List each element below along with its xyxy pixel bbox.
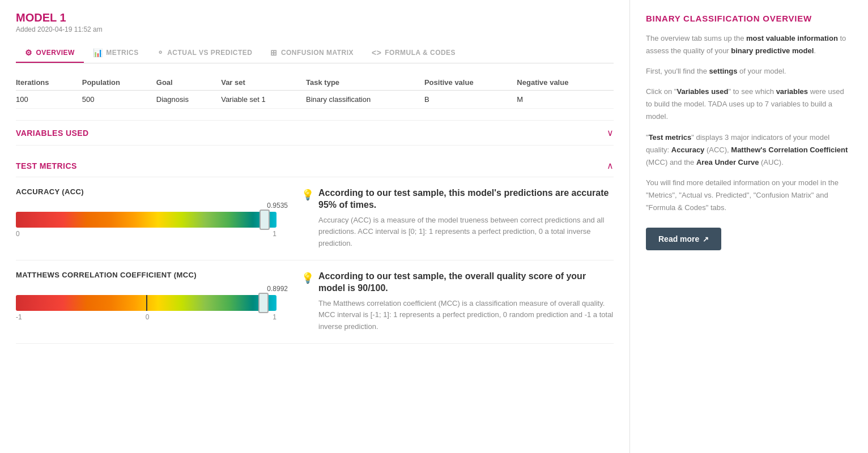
side-para5: You will find more detailed information …	[646, 177, 852, 214]
variables-used-title: VARIABLES USED	[16, 129, 89, 138]
mcc-left: MATTHEWS CORRELATION COEFFICIENT (MCC) 0…	[16, 271, 288, 324]
side-para4: "Test metrics" displays 3 major indicato…	[646, 131, 852, 169]
mcc-right: 💡 According to our test sample, the over…	[301, 271, 614, 333]
grid-icon: ⊞	[270, 48, 277, 57]
test-metrics-section: TEST METRICS ∧ ACCURACY (ACC) 0.9535	[16, 155, 614, 344]
mcc-scale: -1 0 1	[16, 313, 276, 321]
mcc-bulb-icon: 💡	[301, 272, 314, 284]
cell-iterations: 100	[16, 91, 82, 109]
accuracy-insight-title: According to our test sample, this model…	[318, 187, 614, 211]
external-link-icon: ↗	[703, 235, 709, 243]
mcc-gradient-bar	[16, 295, 276, 311]
col-varset: Var set	[221, 75, 306, 91]
metrics-icon: 📊	[93, 48, 103, 57]
accuracy-right: 💡 According to our test sample, this mod…	[301, 187, 614, 250]
col-iterations: Iterations	[16, 75, 82, 91]
tab-confusion-matrix[interactable]: ⊞ CONFUSION MATRIX	[261, 44, 363, 63]
mcc-metric-block: MATTHEWS CORRELATION COEFFICIENT (MCC) 0…	[16, 271, 614, 344]
side-panel: BINARY CLASSIFICATION OVERVIEW The overv…	[630, 0, 868, 453]
accuracy-scale: 0 1	[16, 230, 276, 238]
mcc-label: MATTHEWS CORRELATION COEFFICIENT (MCC)	[16, 271, 288, 279]
cell-negative: M	[517, 91, 614, 109]
code-icon: <>	[372, 48, 381, 57]
side-para3: Click on "Variables used" to see which v…	[646, 86, 852, 123]
accuracy-metric-block: ACCURACY (ACC) 0.9535 0 1	[16, 187, 614, 260]
overview-icon: ⚙	[25, 48, 32, 57]
cell-tasktype: Binary classification	[306, 91, 424, 109]
mcc-bar-container: 0.8992 -1 0 1	[16, 285, 288, 321]
accuracy-label: ACCURACY (ACC)	[16, 187, 288, 196]
scatter-icon: ⚬	[157, 48, 164, 57]
tab-formula-codes[interactable]: <> FORMULA & CODES	[363, 44, 465, 63]
settings-table: Iterations Population Goal Var set Task …	[16, 75, 614, 109]
accuracy-bar-marker	[259, 210, 270, 230]
col-goal: Goal	[156, 75, 221, 91]
mcc-insight-title: According to our test sample, the overal…	[318, 271, 614, 294]
variables-chevron-down-icon[interactable]: ∨	[607, 127, 614, 138]
test-metrics-chevron-up-icon[interactable]: ∧	[607, 160, 614, 171]
tab-bar: ⚙ OVERVIEW 📊 METRICS ⚬ ACTUAL VS PREDICT…	[16, 44, 614, 63]
mcc-insight-desc: The Matthews correlation coefficient (MC…	[318, 298, 614, 333]
cell-population: 500	[82, 91, 156, 109]
cell-goal: Diagnosis	[156, 91, 221, 109]
cell-positive: B	[424, 91, 517, 109]
mcc-value-label: 0.8992	[16, 285, 288, 293]
mcc-bar-marker	[258, 293, 269, 313]
col-positive: Positive value	[424, 75, 517, 91]
accuracy-left: ACCURACY (ACC) 0.9535 0 1	[16, 187, 288, 241]
cell-varset: Variable set 1	[221, 91, 306, 109]
table-row: 100 500 Diagnosis Variable set 1 Binary …	[16, 91, 614, 109]
accuracy-value-label: 0.9535	[16, 202, 288, 210]
model-title: MODEL 1	[16, 11, 614, 24]
side-para2: First, you'll find the settings of your …	[646, 65, 852, 78]
test-metrics-header[interactable]: TEST METRICS ∧	[16, 155, 614, 177]
mcc-center-marker	[146, 295, 147, 311]
accuracy-bar-container: 0.9535 0 1	[16, 202, 288, 238]
test-metrics-title: TEST METRICS	[16, 161, 77, 170]
model-subtitle: Added 2020-04-19 11:52 am	[16, 25, 614, 33]
col-population: Population	[82, 75, 156, 91]
col-tasktype: Task type	[306, 75, 424, 91]
side-para1: The overview tab sums up the most valuab…	[646, 32, 852, 57]
tab-actual-vs-predicted[interactable]: ⚬ ACTUAL VS PREDICTED	[148, 44, 262, 63]
col-negative: Negative value	[517, 75, 614, 91]
tab-metrics[interactable]: 📊 METRICS	[84, 44, 148, 63]
accuracy-gradient-bar	[16, 212, 276, 228]
tab-overview[interactable]: ⚙ OVERVIEW	[16, 44, 84, 63]
read-more-button[interactable]: Read more ↗	[646, 228, 721, 250]
accuracy-insight-desc: Accuracy (ACC) is a measure of the model…	[318, 215, 614, 250]
variables-used-section[interactable]: VARIABLES USED ∨	[16, 120, 614, 146]
accuracy-bulb-icon: 💡	[301, 189, 314, 201]
side-panel-title: BINARY CLASSIFICATION OVERVIEW	[646, 14, 852, 23]
